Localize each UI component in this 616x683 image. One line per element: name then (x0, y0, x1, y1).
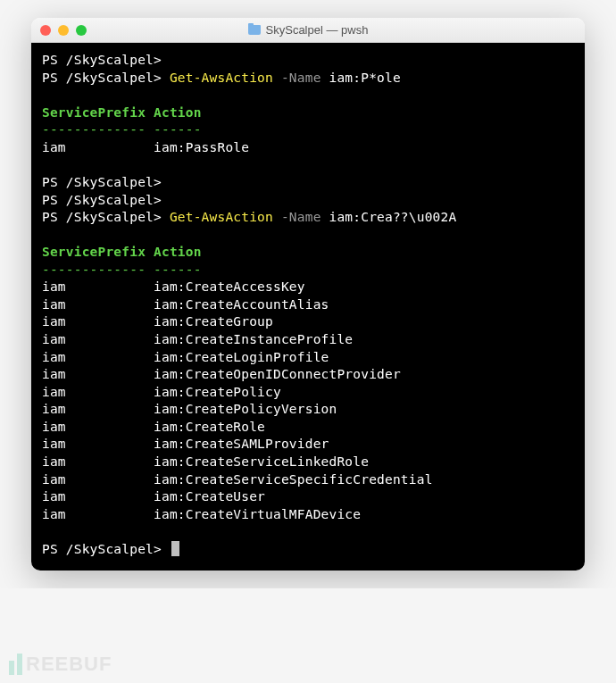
table-cell: iam (42, 454, 66, 469)
prompt-line: PS /SkyScalpel> (42, 175, 162, 189)
close-icon[interactable] (40, 25, 51, 36)
table-cell: iam:CreateRole (154, 420, 265, 434)
table-cell: iam (42, 367, 66, 381)
table-cell: iam (42, 472, 66, 487)
arg: iam:Crea??\u002A (329, 210, 457, 224)
table-cell: iam:CreateSAMLProvider (154, 437, 329, 451)
table-cell: iam (42, 140, 66, 154)
table-cell: iam (42, 297, 66, 312)
titlebar[interactable]: SkyScalpel — pwsh (31, 18, 585, 43)
column-divider: ------ (154, 262, 202, 277)
table-cell: iam:CreateVirtualMFADevice (154, 507, 361, 521)
column-divider: ------------- (42, 122, 146, 137)
prompt-line: PS /SkyScalpel> (42, 193, 162, 207)
prompt-line: PS /SkyScalpel> (42, 71, 170, 85)
prompt-line: PS /SkyScalpel> (42, 210, 170, 224)
table-cell: iam:CreateUser (154, 489, 265, 504)
folder-icon (248, 25, 261, 35)
cursor-icon (171, 541, 179, 556)
column-header: Action (154, 245, 202, 259)
table-cell: iam (42, 385, 66, 399)
table-cell: iam:CreateServiceSpecificCredential (154, 472, 433, 487)
table-cell: iam:CreateServiceLinkedRole (154, 454, 369, 469)
table-cell: iam (42, 402, 66, 416)
prompt-line: PS /SkyScalpel> (42, 542, 170, 556)
terminal-window: SkyScalpel — pwsh PS /SkyScalpel> PS /Sk… (31, 18, 585, 571)
column-divider: ------------- (42, 262, 146, 277)
table-cell: iam (42, 507, 66, 521)
traffic-lights (40, 25, 87, 36)
table-cell: iam (42, 314, 66, 329)
prompt-line: PS /SkyScalpel> (42, 53, 162, 67)
table-cell: iam (42, 420, 66, 434)
column-header: Action (154, 105, 202, 120)
table-cell: iam (42, 332, 66, 346)
table-cell: iam:PassRole (154, 140, 249, 154)
window-title-area: SkyScalpel — pwsh (31, 23, 585, 37)
table-cell: iam:CreateOpenIDConnectProvider (154, 367, 401, 381)
table-cell: iam:CreateGroup (154, 314, 273, 329)
table-cell: iam:CreateAccessKey (154, 279, 305, 294)
table-cell: iam (42, 437, 66, 451)
terminal-body[interactable]: PS /SkyScalpel> PS /SkyScalpel> Get-AwsA… (31, 43, 585, 571)
column-header: ServicePrefix (42, 245, 146, 259)
param: -Name (273, 71, 329, 85)
table-cell: iam (42, 350, 66, 364)
table-cell: iam:CreateAccountAlias (154, 297, 329, 312)
minimize-icon[interactable] (58, 25, 69, 36)
maximize-icon[interactable] (76, 25, 87, 36)
param: -Name (273, 210, 329, 224)
column-divider: ------ (154, 122, 202, 137)
command: Get-AwsAction (170, 71, 273, 85)
table-cell: iam (42, 489, 66, 504)
window-title: SkyScalpel — pwsh (266, 23, 369, 37)
command: Get-AwsAction (170, 210, 273, 224)
table-cell: iam:CreateLoginProfile (154, 350, 329, 364)
table-cell: iam:CreatePolicy (154, 385, 281, 399)
table-cell: iam:CreateInstanceProfile (154, 332, 353, 346)
arg: iam:P*ole (329, 71, 401, 85)
table-cell: iam (42, 279, 66, 294)
table-cell: iam:CreatePolicyVersion (154, 402, 337, 416)
column-header: ServicePrefix (42, 105, 146, 120)
